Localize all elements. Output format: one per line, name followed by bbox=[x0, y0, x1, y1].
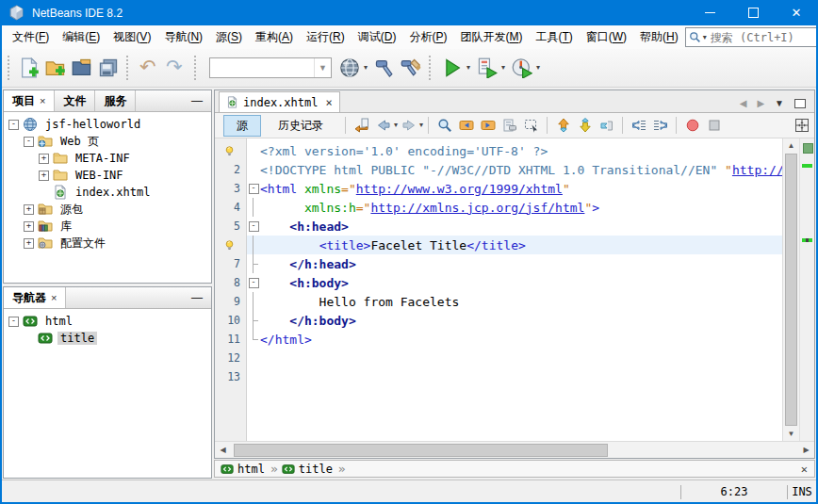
quick-search-box[interactable]: ▾ bbox=[685, 27, 818, 47]
tree-toggle-minus-icon[interactable]: - bbox=[24, 137, 34, 147]
menu-r[interactable]: 运行(R) bbox=[301, 25, 351, 49]
fold-indicator[interactable]: - bbox=[247, 217, 260, 236]
menu-m[interactable]: 团队开发(M) bbox=[454, 25, 528, 49]
fold-indicator[interactable]: - bbox=[247, 273, 260, 292]
menu-e[interactable]: 编辑(E) bbox=[57, 25, 106, 49]
build-button[interactable] bbox=[371, 55, 398, 81]
tree-item[interactable]: -html bbox=[4, 313, 211, 330]
scroll-tabs-right-icon[interactable]: ▶ bbox=[757, 98, 764, 108]
previous-occurrence-button[interactable] bbox=[552, 116, 574, 135]
tab-服务[interactable]: 服务 bbox=[95, 90, 136, 111]
debug-button[interactable] bbox=[474, 55, 500, 81]
tree-toggle-minus-icon[interactable]: - bbox=[8, 317, 19, 327]
shift-left-button[interactable] bbox=[628, 116, 649, 135]
history-view-button[interactable]: 历史记录 bbox=[265, 115, 336, 137]
code-line[interactable] bbox=[247, 367, 782, 386]
redo-button[interactable]: ↷ bbox=[163, 55, 189, 81]
breadcrumb-item[interactable]: title» bbox=[282, 462, 346, 476]
code-line[interactable]: - <h:body> bbox=[247, 273, 782, 292]
tree-item[interactable]: +META-INF bbox=[4, 150, 211, 167]
scroll-right-icon[interactable]: ▶ bbox=[798, 446, 814, 454]
close-tab-icon[interactable]: × bbox=[325, 96, 332, 109]
tree-item[interactable]: +配置文件 bbox=[4, 235, 211, 252]
chevron-down-icon[interactable]: ▼ bbox=[314, 58, 331, 77]
tree-toggle-plus-icon[interactable]: + bbox=[24, 204, 34, 215]
tree-toggle-plus-icon[interactable]: + bbox=[24, 238, 34, 249]
browser-dropdown-icon[interactable]: ▾ bbox=[364, 64, 368, 72]
tree-toggle-plus-icon[interactable]: + bbox=[39, 171, 49, 181]
target-combobox[interactable]: ▼ bbox=[209, 57, 332, 78]
code-line[interactable]: xmlns:h="http://xmlns.jcp.org/jsf/html"> bbox=[247, 198, 782, 217]
code-line[interactable] bbox=[247, 349, 782, 367]
run-dropdown-icon[interactable]: ▾ bbox=[466, 64, 470, 72]
new-file-button[interactable] bbox=[16, 55, 42, 81]
toggle-highlight-button[interactable] bbox=[499, 116, 520, 135]
save-all-button[interactable] bbox=[95, 55, 122, 81]
code-line[interactable]: </h:body> bbox=[247, 311, 782, 330]
projects-tree[interactable]: -jsf-helloworld-Web 页+META-INF+WEB-INFin… bbox=[4, 112, 211, 252]
shift-right-button[interactable] bbox=[649, 116, 671, 135]
tree-toggle-minus-icon[interactable]: - bbox=[8, 120, 19, 130]
rectangular-selection-button[interactable] bbox=[520, 116, 542, 135]
next-occurrence-button[interactable] bbox=[574, 116, 596, 135]
scroll-down-icon[interactable]: ▼ bbox=[783, 427, 799, 441]
minimize-panel-button[interactable]: — bbox=[183, 90, 211, 111]
code-line[interactable]: Hello from Facelets bbox=[247, 292, 782, 311]
fold-indicator[interactable]: - bbox=[247, 179, 260, 198]
find-previous-button[interactable] bbox=[455, 116, 477, 135]
open-project-button[interactable] bbox=[69, 55, 95, 81]
close-button[interactable]: ✕ bbox=[775, 0, 818, 25]
back-button[interactable] bbox=[372, 116, 394, 135]
menu-h[interactable]: 帮助(H) bbox=[634, 25, 684, 49]
last-edit-location-button[interactable] bbox=[351, 116, 372, 135]
profile-button[interactable] bbox=[509, 55, 535, 81]
find-selection-button[interactable] bbox=[434, 116, 455, 135]
vertical-scrollbar[interactable]: ▲ ▼ bbox=[782, 138, 799, 441]
breadcrumb-item[interactable]: html» bbox=[221, 462, 278, 476]
menu-v[interactable]: 视图(V) bbox=[107, 25, 156, 49]
forward-dropdown-icon[interactable]: ▾ bbox=[419, 122, 423, 129]
menu-f[interactable]: 文件(F) bbox=[7, 25, 55, 49]
stop-macro-button[interactable] bbox=[703, 116, 725, 135]
hint-bulb[interactable] bbox=[215, 141, 246, 160]
menu-w[interactable]: 窗口(W) bbox=[581, 25, 632, 49]
maximize-button[interactable] bbox=[731, 0, 775, 25]
clean-build-button[interactable] bbox=[398, 55, 424, 81]
profile-dropdown-icon[interactable]: ▾ bbox=[536, 64, 540, 72]
tab-文件[interactable]: 文件 bbox=[55, 90, 95, 111]
error-stripe-caret-mark[interactable] bbox=[802, 238, 812, 242]
tree-item[interactable]: +库 bbox=[4, 218, 211, 235]
breadcrumb-close-icon[interactable]: ✕ bbox=[801, 463, 814, 476]
maximize-window-icon[interactable] bbox=[794, 99, 806, 108]
code-line[interactable]: <!DOCTYPE html PUBLIC "-//W3C//DTD XHTML… bbox=[247, 160, 782, 179]
code-line[interactable]: -<html xmlns="http://www.w3.org/1999/xht… bbox=[247, 179, 782, 198]
search-dropdown-icon[interactable]: ▾ bbox=[703, 34, 707, 41]
minimize-button[interactable] bbox=[688, 0, 731, 25]
horizontal-scrollbar[interactable]: ◀ ▶ bbox=[215, 441, 814, 458]
tree-item[interactable]: -Web 页 bbox=[4, 133, 211, 150]
code-line[interactable]: </html> bbox=[247, 330, 782, 349]
tree-item[interactable]: -jsf-helloworld bbox=[4, 116, 211, 133]
navigator-tree[interactable]: -htmltitle bbox=[4, 309, 211, 347]
code-lines[interactable]: <?xml version='1.0' encoding='UTF-8' ?><… bbox=[247, 138, 782, 441]
menu-p[interactable]: 分析(P) bbox=[403, 25, 452, 49]
tab-导航器[interactable]: 导航器× bbox=[4, 287, 66, 308]
tree-toggle-plus-icon[interactable]: + bbox=[39, 154, 49, 164]
tree-item[interactable]: +源包 bbox=[4, 201, 211, 218]
new-project-button[interactable] bbox=[42, 55, 69, 81]
browser-button[interactable] bbox=[336, 55, 363, 81]
code-line[interactable]: <?xml version='1.0' encoding='UTF-8' ?> bbox=[247, 141, 782, 160]
code-editor[interactable]: 234578910111213 <?xml version='1.0' enco… bbox=[215, 138, 814, 441]
horizontal-scroll-thumb[interactable] bbox=[234, 444, 608, 457]
scroll-up-icon[interactable]: ▲ bbox=[783, 138, 799, 153]
close-tab-icon[interactable]: × bbox=[51, 292, 57, 303]
search-input[interactable] bbox=[709, 30, 818, 45]
menu-d[interactable]: 调试(D) bbox=[352, 25, 402, 49]
code-line[interactable]: - <h:head> bbox=[247, 217, 782, 236]
vertical-scroll-thumb[interactable] bbox=[785, 154, 797, 426]
undo-button[interactable]: ↶ bbox=[137, 55, 163, 81]
menu-s[interactable]: 源(S) bbox=[210, 25, 248, 49]
menu-t[interactable]: 工具(T) bbox=[530, 25, 578, 49]
code-line[interactable]: <title>Facelet Title</title> bbox=[247, 236, 782, 254]
forward-button[interactable] bbox=[398, 116, 419, 135]
